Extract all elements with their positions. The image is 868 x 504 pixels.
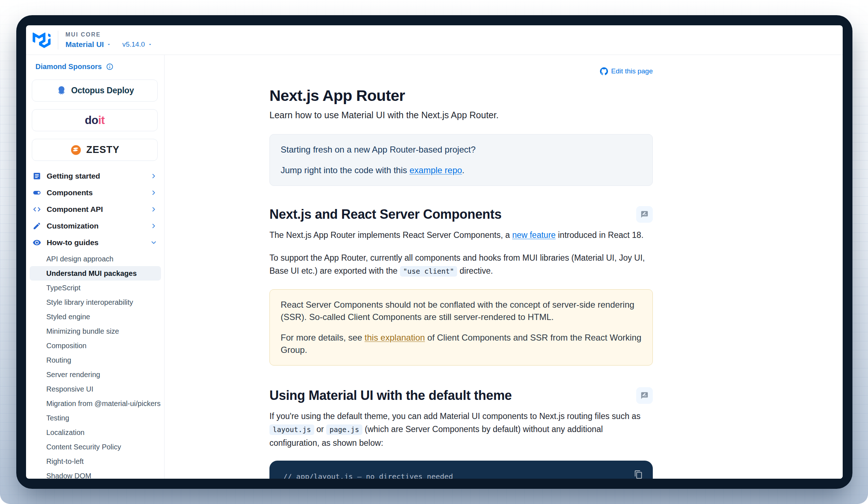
article-icon xyxy=(33,172,41,180)
page-title: Next.js App Router xyxy=(269,87,653,104)
chevron-down-icon xyxy=(148,42,153,47)
page-subtitle: Learn how to use Material UI with the Ne… xyxy=(269,110,653,120)
chevron-down-icon xyxy=(150,239,157,246)
intro-callout-line2: Jump right into the code with this examp… xyxy=(281,164,642,176)
warning-callout: React Server Components should not be co… xyxy=(269,289,653,366)
inline-code-page-js: page.js xyxy=(326,424,362,435)
sidebar-item-label: Getting started xyxy=(47,172,150,180)
sidebar-subitem-responsive-ui[interactable]: Responsive UI xyxy=(30,382,161,396)
section-feedback-button[interactable] xyxy=(636,387,653,404)
paragraph: The Next.js App Router implements React … xyxy=(269,228,653,242)
sidebar-subitem-migration-from-material-ui-pickers[interactable]: Migration from @material-ui/pickers xyxy=(30,396,161,411)
sponsor-doit[interactable]: doit xyxy=(32,109,158,131)
chevron-down-icon xyxy=(106,42,111,47)
inline-code-layout-js: layout.js xyxy=(269,424,314,435)
sidebar-subnav: API design approachUnderstand MUI packag… xyxy=(26,252,164,479)
sidebar-subitem-styled-engine[interactable]: Styled engine xyxy=(30,309,161,324)
sidebar-subitem-shadow-dom[interactable]: Shadow DOM xyxy=(30,469,161,479)
sponsor-label: Octopus Deploy xyxy=(71,86,134,95)
brand: MUI CORE Material UI v5.14.0 xyxy=(33,31,153,50)
paragraph: To support the App Router, currently all… xyxy=(269,251,653,278)
code-block: // app/layout.js – no directives needede… xyxy=(269,461,653,479)
info-icon[interactable] xyxy=(106,63,114,71)
sidebar-subitem-api-design-approach[interactable]: API design approach xyxy=(30,252,161,266)
warning-line1: React Server Components should not be co… xyxy=(281,299,642,323)
paragraph: If you're using the default theme, you c… xyxy=(269,410,653,449)
edit-this-page-link[interactable]: Edit this page xyxy=(600,67,653,75)
sidebar-nav: Getting startedComponentsComponent APICu… xyxy=(26,168,164,251)
sidebar-item-label: Customization xyxy=(47,222,150,230)
intro-callout: Starting fresh on a new App Router-based… xyxy=(269,134,653,186)
section-heading-default-theme: Using Material UI with the default theme xyxy=(269,388,512,403)
sponsor-label: ZESTY xyxy=(86,144,119,155)
sidebar-subitem-minimizing-bundle-size[interactable]: Minimizing bundle size xyxy=(30,324,161,338)
doit-logo: doit xyxy=(85,114,105,127)
mui-logo-icon[interactable] xyxy=(33,32,51,48)
sidebar-subitem-right-to-left[interactable]: Right-to-left xyxy=(30,454,161,469)
edit-this-page-label: Edit this page xyxy=(611,67,653,75)
warning-line2: For more details, see this explanation o… xyxy=(281,332,642,356)
sidebar-subitem-routing[interactable]: Routing xyxy=(30,353,161,367)
chevron-right-icon xyxy=(150,206,157,213)
sidebar-item-label: How-to guides xyxy=(47,238,150,247)
sidebar-subitem-server-rendering[interactable]: Server rendering xyxy=(30,367,161,382)
sidebar: Diamond Sponsors Octopus Deploy doit xyxy=(26,55,165,479)
brand-divider xyxy=(58,31,58,50)
comment-edit-icon xyxy=(641,210,648,218)
version-select-value: v5.14.0 xyxy=(122,40,145,48)
version-select[interactable]: v5.14.0 xyxy=(122,40,152,48)
product-line-label: MUI CORE xyxy=(65,31,153,38)
chevron-right-icon xyxy=(150,172,157,180)
brand-text: MUI CORE Material UI v5.14.0 xyxy=(65,31,153,49)
product-select[interactable]: Material UI xyxy=(65,40,111,49)
sidebar-item-label: Components xyxy=(47,188,150,197)
copy-icon xyxy=(634,470,643,479)
diamond-sponsors-header: Diamond Sponsors xyxy=(35,61,164,72)
product-select-value: Material UI xyxy=(65,40,104,49)
example-repo-link[interactable]: example repo xyxy=(409,165,462,175)
sidebar-subitem-localization[interactable]: Localization xyxy=(30,425,161,440)
copy-code-button[interactable] xyxy=(631,467,646,479)
sidebar-item-label: Component API xyxy=(47,205,150,214)
sponsor-zesty[interactable]: ZESTY xyxy=(32,139,158,161)
section-feedback-button[interactable] xyxy=(636,206,653,223)
sidebar-subitem-composition[interactable]: Composition xyxy=(30,338,161,353)
sidebar-subitem-content-security-policy[interactable]: Content Security Policy xyxy=(30,440,161,454)
code-content: // app/layout.js – no directives needede… xyxy=(283,472,639,479)
code-icon xyxy=(33,205,41,214)
sidebar-subitem-style-library-interoperability[interactable]: Style library interoperability xyxy=(30,295,161,309)
desktop-background: MUI CORE Material UI v5.14.0 xyxy=(0,0,868,504)
edit-icon xyxy=(33,222,41,230)
visibility-icon xyxy=(33,238,41,247)
github-icon xyxy=(600,67,608,75)
intro-callout-line1: Starting fresh on a new App Router-based… xyxy=(281,144,642,156)
toggle-icon xyxy=(33,188,41,197)
sidebar-subitem-typescript[interactable]: TypeScript xyxy=(30,281,161,295)
app-header: MUI CORE Material UI v5.14.0 xyxy=(26,25,843,55)
sidebar-item-component-api[interactable]: Component API xyxy=(26,201,162,218)
code-line: // app/layout.js – no directives needed xyxy=(283,472,639,479)
sidebar-item-how-to-guides[interactable]: How-to guides xyxy=(26,234,162,251)
chevron-right-icon xyxy=(150,189,157,196)
octopus-deploy-icon xyxy=(56,85,67,97)
sidebar-item-getting-started[interactable]: Getting started xyxy=(26,168,162,184)
sidebar-subitem-understand-mui-packages[interactable]: Understand MUI packages xyxy=(30,266,161,281)
sponsor-octopus-deploy[interactable]: Octopus Deploy xyxy=(32,80,158,102)
sidebar-item-customization[interactable]: Customization xyxy=(26,218,162,234)
main-content: Edit this page Next.js App Router Learn … xyxy=(165,55,843,479)
sidebar-subitem-testing[interactable]: Testing xyxy=(30,411,161,425)
new-feature-link[interactable]: new feature xyxy=(512,230,556,240)
app-window: MUI CORE Material UI v5.14.0 xyxy=(26,25,843,479)
comment-edit-icon xyxy=(641,392,648,400)
browser-frame: MUI CORE Material UI v5.14.0 xyxy=(16,15,852,489)
sidebar-item-components[interactable]: Components xyxy=(26,184,162,201)
this-explanation-link[interactable]: this explanation xyxy=(365,333,425,342)
inline-code-use-client: "use client" xyxy=(400,266,458,277)
zesty-icon xyxy=(70,144,82,156)
diamond-sponsors-label[interactable]: Diamond Sponsors xyxy=(35,63,102,71)
section-heading-rsc: Next.js and React Server Components xyxy=(269,207,502,222)
chevron-right-icon xyxy=(150,222,157,230)
